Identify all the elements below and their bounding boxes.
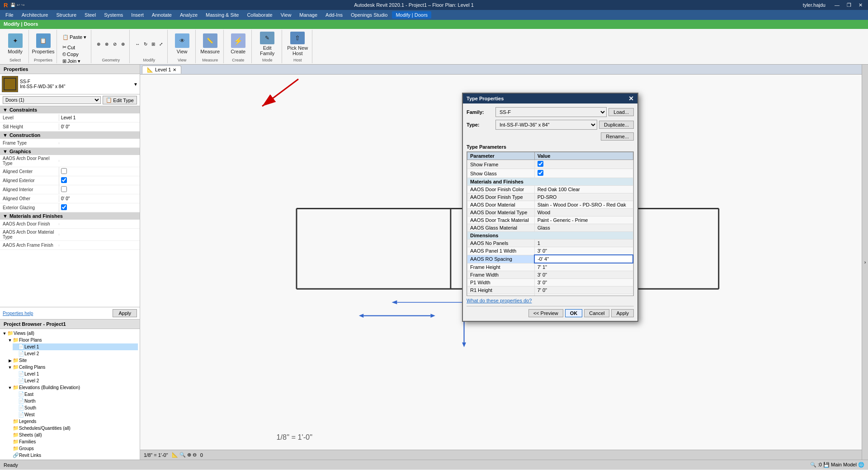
menu-item-massing[interactable]: Massing & Site: [202, 11, 242, 19]
canvas-tab-close[interactable]: ✕: [173, 67, 176, 72]
menu-item-steel[interactable]: Steel: [81, 11, 99, 19]
views-toggle[interactable]: ▼: [2, 331, 7, 336]
aligned-other-value[interactable]: 0' 0": [59, 195, 140, 202]
geometry-btn1[interactable]: ⊕: [95, 41, 102, 47]
preview-btn[interactable]: << Preview: [528, 309, 563, 317]
mod-btn2[interactable]: ↻: [142, 41, 149, 47]
properties-help-link[interactable]: Properties help: [3, 311, 33, 316]
mod-btn4[interactable]: ⤢: [157, 41, 165, 47]
paste-btn[interactable]: 📋 Paste ▾: [61, 31, 88, 43]
close-btn[interactable]: ✕: [857, 2, 864, 8]
menu-item-file[interactable]: File: [2, 11, 17, 19]
sheets-item[interactable]: 📁 Sheets (all): [7, 432, 138, 438]
rename-btn[interactable]: Rename...: [601, 132, 634, 141]
param-value[interactable]: [534, 160, 633, 169]
east-item[interactable]: 📄 East: [13, 391, 138, 398]
edit-type-btn[interactable]: 📋 Edit Type: [103, 96, 137, 104]
ok-btn[interactable]: OK: [565, 309, 583, 317]
sill-height-value[interactable]: 0' 0": [59, 123, 140, 130]
aligned-center-value[interactable]: [59, 167, 140, 176]
arch-door-mat-value[interactable]: [59, 234, 140, 235]
site-item[interactable]: ▶ 📁 Site: [7, 357, 138, 364]
arch-door-finish-value[interactable]: [59, 223, 140, 225]
menu-item-analyze[interactable]: Analyze: [176, 11, 201, 19]
geometry-btn2[interactable]: ⊗: [103, 41, 110, 47]
families-item[interactable]: 📁 Families: [7, 438, 138, 445]
legends-item[interactable]: 📁 Legends: [7, 418, 138, 425]
param-value[interactable]: 3' 0": [534, 279, 633, 287]
level2-ceiling-item[interactable]: 📄 Level 2: [13, 377, 138, 384]
level1-floor-item[interactable]: 📄 Level 1: [13, 343, 138, 350]
menu-item-systems[interactable]: Systems: [100, 11, 127, 19]
param-value[interactable]: Wood: [534, 209, 633, 216]
revit-links-item[interactable]: 🔗 Revit Links: [7, 452, 138, 459]
exterior-glazing-value[interactable]: [59, 203, 140, 212]
param-value[interactable]: Red Oak 100 Clear: [534, 186, 633, 193]
type-dropdown-arrow[interactable]: ▼: [133, 82, 138, 87]
param-value[interactable]: [534, 169, 633, 178]
aaos-ro-spacing-input[interactable]: [538, 256, 630, 262]
show-frame-checkbox[interactable]: [538, 161, 543, 167]
param-value[interactable]: 3' 0": [534, 271, 633, 279]
type-select[interactable]: Int-SS-F-WD-36" x 84": [495, 120, 597, 130]
mod-btn1[interactable]: ↔: [133, 41, 142, 47]
aligned-interior-checkbox[interactable]: [61, 186, 67, 192]
load-btn[interactable]: Load...: [609, 108, 634, 116]
menu-item-insert[interactable]: Insert: [127, 11, 147, 19]
ceiling-plans-item[interactable]: ▼ 📁 Ceiling Plans: [7, 364, 138, 371]
pick-new-host-btn[interactable]: ⇧ Pick New Host: [286, 31, 309, 57]
minimize-btn[interactable]: —: [833, 2, 841, 8]
measure-btn[interactable]: 📏 Measure: [200, 31, 220, 57]
join-btn[interactable]: ⊞ Join ▾: [61, 58, 88, 65]
param-value[interactable]: Glass: [534, 224, 633, 232]
north-item[interactable]: 📄 North: [13, 398, 138, 404]
menu-item-collaborate[interactable]: Collaborate: [243, 11, 276, 19]
level2-floor-item[interactable]: 📄 Level 2: [13, 350, 138, 357]
view-ribbon-btn[interactable]: 👁 View: [172, 31, 192, 57]
level1-ceiling-item[interactable]: 📄 Level 1: [13, 371, 138, 377]
menu-item-addins[interactable]: Add-Ins: [322, 11, 346, 19]
edit-family-btn[interactable]: ✎ Edit Family: [255, 31, 279, 57]
titlebar-controls[interactable]: tyler.hajdu — ❐ ✕: [803, 2, 864, 8]
param-value[interactable]: Stain - Wood Door - PD-SRO - Red Oak: [534, 201, 633, 209]
views-all-item[interactable]: ▼ 📁 Views (all): [2, 330, 138, 337]
aaos-ro-spacing-value[interactable]: [534, 255, 633, 263]
family-select[interactable]: SS-F: [495, 107, 607, 117]
aligned-center-checkbox[interactable]: [61, 168, 67, 174]
west-item[interactable]: 📄 West: [13, 411, 138, 418]
aligned-exterior-checkbox[interactable]: [61, 177, 67, 183]
geometry-btn4[interactable]: ⊕: [119, 41, 127, 47]
menu-item-structure[interactable]: Structure: [52, 11, 80, 19]
aligned-exterior-value[interactable]: [59, 176, 140, 185]
schedules-item[interactable]: 📁 Schedules/Quantities (all): [7, 425, 138, 432]
duplicate-btn[interactable]: Duplicate...: [599, 121, 634, 129]
param-value[interactable]: PD-SRO: [534, 193, 633, 201]
create-btn[interactable]: ⚡ Create: [228, 31, 248, 57]
arch-frame-finish-value[interactable]: [59, 244, 140, 246]
param-value[interactable]: 3' 0": [534, 247, 633, 255]
properties-help-link[interactable]: What do these properties do?: [467, 298, 532, 303]
show-glass-checkbox[interactable]: [538, 170, 543, 176]
exterior-glazing-checkbox[interactable]: [61, 204, 67, 210]
constraints-section[interactable]: ▼ Constraints: [0, 106, 140, 113]
titlebar-icons[interactable]: 💾 ↩ ↪: [10, 3, 25, 7]
elevations-item[interactable]: ▼ 📁 Elevations (Building Elevation): [7, 384, 138, 391]
construction-section[interactable]: ▼ Construction: [0, 132, 140, 139]
param-value[interactable]: 1: [534, 240, 633, 247]
menu-item-architecture[interactable]: Architecture: [18, 11, 52, 19]
menu-item-openings[interactable]: Openings Studio: [347, 11, 391, 19]
dialog-close-btn[interactable]: ✕: [628, 95, 634, 102]
level-value[interactable]: Level 1: [59, 114, 140, 121]
right-panel-collapse[interactable]: ›: [862, 65, 868, 460]
param-value[interactable]: Paint - Generic - Prime: [534, 216, 633, 224]
aligned-interior-value[interactable]: [59, 185, 140, 194]
mod-btn3[interactable]: ⊞: [150, 41, 157, 47]
param-value[interactable]: 3' 0": [534, 294, 633, 296]
param-value[interactable]: 7' 1": [534, 263, 633, 271]
menu-item-annotate[interactable]: Annotate: [148, 11, 175, 19]
frame-type-value[interactable]: [59, 142, 140, 144]
instance-dropdown[interactable]: Doors (1): [3, 96, 101, 104]
param-value[interactable]: 7' 0": [534, 287, 633, 294]
properties-apply-btn[interactable]: Apply: [113, 309, 137, 317]
copy-btn[interactable]: © Copy: [61, 51, 88, 57]
